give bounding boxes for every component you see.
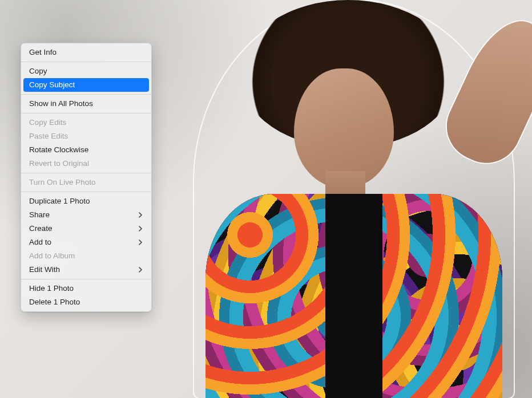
subject-torso xyxy=(205,194,502,398)
menu-item-label: Delete 1 Photo xyxy=(29,297,80,307)
chevron-right-icon xyxy=(138,226,143,232)
menu-item-create[interactable]: Create xyxy=(21,222,151,235)
menu-item-label: Edit With xyxy=(29,265,60,275)
menu-item-hide-1-photo[interactable]: Hide 1 Photo xyxy=(21,282,151,295)
menu-item-paste-edits: Paste Edits xyxy=(21,129,151,143)
subject-jacket-opening xyxy=(325,194,382,398)
menu-item-copy-subject[interactable]: Copy Subject xyxy=(23,78,149,92)
menu-separator xyxy=(21,173,151,173)
menu-item-rotate-clockwise[interactable]: Rotate Clockwise xyxy=(21,143,151,157)
chevron-right-icon xyxy=(138,267,143,273)
menu-item-label: Revert to Original xyxy=(29,159,89,169)
menu-item-copy[interactable]: Copy xyxy=(21,64,151,78)
menu-item-label: Copy xyxy=(29,66,47,76)
chevron-right-icon xyxy=(138,239,143,245)
menu-separator xyxy=(21,94,151,95)
menu-item-label: Add to xyxy=(29,237,51,247)
subject-face xyxy=(294,68,394,188)
menu-separator xyxy=(21,192,151,192)
menu-item-add-to-album: Add to Album xyxy=(21,249,151,263)
menu-item-edit-with[interactable]: Edit With xyxy=(21,263,151,277)
menu-item-add-to[interactable]: Add to xyxy=(21,235,151,249)
menu-item-label: Add to Album xyxy=(29,251,75,261)
menu-item-revert-to-original: Revert to Original xyxy=(21,157,151,170)
menu-item-duplicate-1-photo[interactable]: Duplicate 1 Photo xyxy=(21,194,151,208)
context-menu[interactable]: Get InfoCopyCopy SubjectShow in All Phot… xyxy=(21,43,152,312)
menu-item-copy-edits: Copy Edits xyxy=(21,116,151,129)
menu-separator xyxy=(21,113,151,113)
menu-item-share[interactable]: Share xyxy=(21,208,151,222)
menu-item-label: Get Info xyxy=(29,47,57,58)
chevron-right-icon xyxy=(138,212,143,218)
menu-item-label: Turn On Live Photo xyxy=(29,177,96,188)
menu-item-get-info[interactable]: Get Info xyxy=(21,46,151,59)
photo-subject xyxy=(171,0,532,398)
menu-item-label: Hide 1 Photo xyxy=(29,283,74,294)
menu-item-label: Copy Edits xyxy=(29,117,66,128)
menu-item-label: Paste Edits xyxy=(29,131,68,141)
menu-item-show-in-all-photos[interactable]: Show in All Photos xyxy=(21,97,151,111)
menu-item-label: Duplicate 1 Photo xyxy=(29,196,90,206)
menu-item-label: Share xyxy=(29,210,50,220)
menu-item-turn-on-live-photo: Turn On Live Photo xyxy=(21,176,151,189)
menu-item-label: Create xyxy=(29,224,53,234)
menu-item-label: Rotate Clockwise xyxy=(29,145,88,155)
menu-item-label: Copy Subject xyxy=(29,80,75,90)
menu-separator xyxy=(21,279,151,279)
menu-item-label: Show in All Photos xyxy=(29,99,93,109)
menu-item-delete-1-photo[interactable]: Delete 1 Photo xyxy=(21,295,151,309)
menu-separator xyxy=(21,62,151,62)
